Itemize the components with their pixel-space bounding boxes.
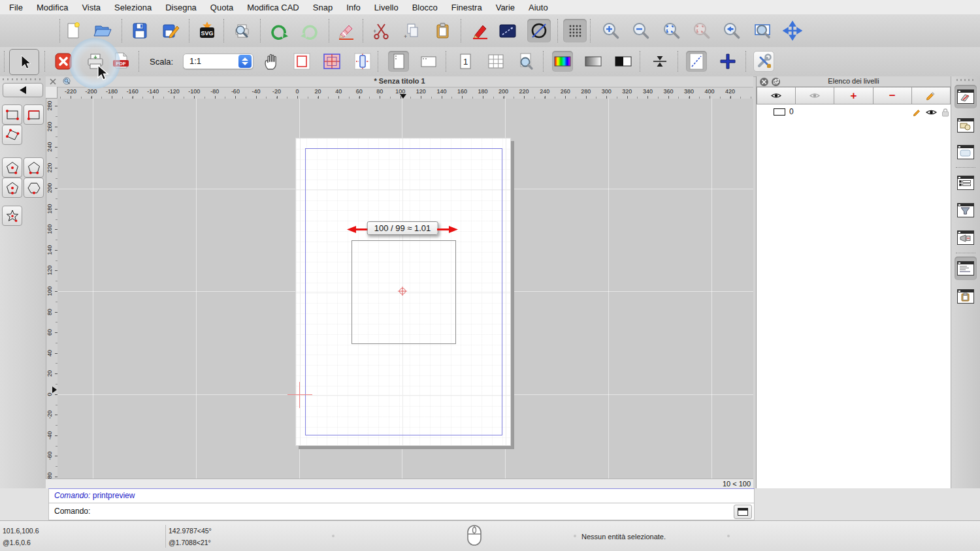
zoom-out-button[interactable] — [629, 19, 653, 42]
menu-item-seleziona[interactable]: Seleziona — [114, 3, 152, 12]
library-browser-toggle[interactable] — [955, 140, 977, 164]
close-print-preview-button[interactable] — [53, 51, 74, 72]
fit-drawing-to-paper-button[interactable] — [352, 51, 373, 72]
undo-button[interactable] — [267, 19, 291, 42]
paste-button[interactable] — [431, 19, 455, 42]
selection-tool-button[interactable] — [9, 49, 39, 75]
clipboard-panel-toggle[interactable] — [955, 285, 977, 308]
toolbar-separator — [4, 51, 5, 72]
menu-item-livello[interactable]: Livello — [374, 3, 399, 12]
pan-zoom-button[interactable] — [781, 19, 804, 42]
grid-toggle[interactable] — [563, 19, 587, 42]
menu-item-quota[interactable]: Quota — [210, 3, 233, 12]
hairline-mode-button[interactable] — [649, 51, 670, 72]
menu-item-blocco[interactable]: Blocco — [412, 3, 438, 12]
menu-item-modifica-cad[interactable]: Modifica CAD — [247, 3, 299, 12]
show-paper-borders-button[interactable] — [291, 51, 312, 72]
tool-rectangle-2-corners[interactable] — [2, 104, 22, 125]
ruler-label: 80 — [370, 88, 389, 95]
menu-item-file[interactable]: File — [9, 3, 23, 12]
delete-button[interactable] — [335, 19, 358, 42]
drawing-canvas[interactable]: 100 / 99 ≈ 1.01 — [57, 99, 753, 479]
remove-layer-button[interactable]: − — [874, 87, 912, 104]
layer-panel-titlebar: Elenco dei livelli — [757, 76, 951, 87]
save-as-button[interactable] — [159, 19, 182, 42]
zoom-previous-button[interactable] — [720, 19, 743, 42]
block-list-toggle[interactable] — [955, 114, 977, 137]
toolbar-separator — [557, 19, 558, 42]
pdf-export-button[interactable]: PDF — [110, 51, 131, 72]
crosshair-button[interactable] — [717, 51, 738, 72]
document-tab-bar: * Senza titolo 1 — [46, 76, 753, 87]
add-layer-button[interactable]: + — [834, 87, 873, 104]
redo-button[interactable] — [298, 19, 321, 42]
tool-polygon-center-vertex[interactable] — [2, 157, 22, 178]
tool-polygon-2-vertices[interactable] — [24, 157, 44, 178]
tool-rectangle-with-size[interactable] — [24, 104, 44, 125]
tool-polygon-center-side[interactable] — [2, 178, 22, 198]
stepper-icon[interactable] — [238, 55, 252, 68]
menu-item-snap[interactable]: Snap — [313, 3, 333, 12]
ruler-label: 0 — [287, 88, 307, 95]
grayscale-mode-toggle[interactable] — [583, 51, 604, 72]
dock-drag-handle[interactable] — [956, 79, 976, 81]
show-all-layers-button[interactable] — [757, 87, 796, 104]
svg-export-button[interactable]: SVG — [195, 19, 219, 42]
edit-layer-button[interactable] — [912, 87, 951, 104]
toolbox-button[interactable] — [753, 51, 774, 72]
command-output-toggle[interactable] — [955, 226, 977, 249]
layer-list-toggle[interactable] — [955, 85, 977, 108]
tool-star[interactable] — [2, 206, 22, 226]
show-drawing-toggle[interactable] — [686, 51, 707, 72]
command-popup-button[interactable] — [734, 505, 752, 519]
zoom-in-button[interactable] — [599, 19, 623, 42]
grid-status-strip: 10 < 100 — [46, 479, 753, 488]
menu-item-info[interactable]: Info — [346, 3, 361, 12]
portrait-orientation-toggle[interactable] — [388, 51, 409, 72]
back-button[interactable] — [3, 83, 43, 97]
tool-polygon-side-side[interactable] — [24, 178, 44, 198]
tool-rotated-rectangle[interactable] — [2, 125, 22, 145]
tab-title[interactable]: * Senza titolo 1 — [46, 77, 753, 85]
layer-row[interactable]: 0 — [757, 106, 951, 118]
menu-item-aiuto[interactable]: Aiuto — [529, 3, 548, 12]
palette-drag-handle[interactable] — [3, 78, 43, 80]
menu-item-modifica[interactable]: Modifica — [37, 3, 68, 12]
open-file-button[interactable] — [91, 19, 114, 42]
menu-item-finestra[interactable]: Finestra — [451, 3, 482, 12]
new-document-button[interactable] — [61, 19, 85, 42]
hide-all-layers-button[interactable] — [796, 87, 834, 104]
scale-select[interactable]: 1:1 — [183, 54, 253, 69]
pan-paper-button[interactable] — [261, 51, 282, 72]
reference-point-icon[interactable] — [397, 286, 408, 296]
cursor-position-marker — [52, 386, 57, 393]
property-editor-toggle[interactable] — [955, 171, 977, 195]
command-line-toggle[interactable] — [955, 257, 977, 280]
multiple-pages-button[interactable] — [485, 51, 506, 72]
multi-page-grid-button[interactable] — [321, 51, 342, 72]
landscape-orientation-toggle[interactable] — [418, 51, 439, 72]
print-button[interactable] — [84, 51, 105, 72]
print-preview-button[interactable] — [230, 19, 253, 42]
menu-item-varie[interactable]: Varie — [496, 3, 515, 12]
cut-button[interactable]: + — [369, 19, 393, 42]
save-button[interactable] — [128, 19, 152, 42]
single-page-button[interactable]: 1 — [455, 51, 476, 72]
black-white-mode-toggle[interactable] — [613, 51, 634, 72]
selection-filter-toggle[interactable] — [955, 198, 977, 222]
layer-name: 0 — [789, 107, 794, 116]
command-input[interactable]: Comando: — [48, 503, 755, 520]
zoom-window-button[interactable] — [751, 19, 774, 42]
zoom-to-page-button[interactable] — [515, 51, 536, 72]
edit-layer-icon[interactable] — [913, 108, 922, 117]
menu-item-vista[interactable]: Vista — [82, 3, 101, 12]
selection-preferences-icon[interactable] — [496, 19, 519, 42]
menu-item-disegna[interactable]: Disegna — [165, 3, 197, 12]
layer-lock-icon[interactable] — [941, 108, 949, 117]
drawing-preferences-icon[interactable] — [468, 19, 492, 42]
restrict-off-toggle[interactable] — [527, 19, 551, 42]
full-color-mode-toggle[interactable] — [552, 51, 573, 72]
auto-zoom-button[interactable] — [660, 19, 683, 42]
copy-button[interactable]: + — [400, 19, 423, 42]
layer-visible-icon[interactable] — [926, 108, 937, 116]
